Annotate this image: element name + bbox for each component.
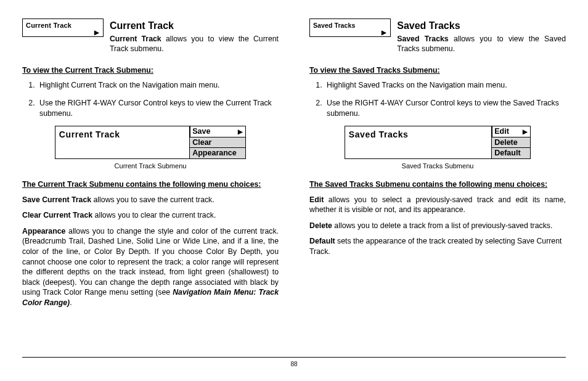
submenu-opt-default: Default [491,147,531,159]
triangle-right-icon: ▶ [94,28,99,37]
para-edit-rest: allows you to select a previously-saved … [309,195,566,215]
para-default: Default sets the appearance of the track… [309,236,566,256]
right-steps-list: Highlight Saved Tracks on the Navigation… [324,80,566,118]
left-submenu-caption: Current Track Submenu [22,162,279,171]
submenu-options: Edit▶ Delete Default [491,126,531,159]
right-title-block: Saved Tracks Saved Tracks allows you to … [397,18,566,60]
right-contains-heading: The Saved Tracks Submenu contains the fo… [309,179,566,190]
para-clear-bold: Clear Current Track [22,211,92,219]
uibox-label: Saved Tracks [313,22,355,29]
right-column: Saved Tracks ▶ Saved Tracks Saved Tracks… [309,18,566,351]
submenu-opt-edit: Edit▶ [491,126,531,137]
para-delete: Delete allows you to delete a track from… [309,221,566,231]
left-column: Current Track ▶ Current Track Current Tr… [22,18,279,351]
page-number: 88 [22,360,566,369]
para-save-bold: Save Current Track [22,195,91,204]
right-section-title: Saved Tracks [397,19,566,33]
opt-label: Save [192,126,210,137]
left-contains-heading: The Current Track Submenu contains the f… [22,179,279,190]
para-save-rest: allows you to save the current track. [91,195,214,204]
para-appearance: Appearance allows you to change the styl… [22,226,279,308]
left-step-1: Highlight Current Track on the Navigatio… [37,80,279,91]
submenu-opt-clear: Clear [189,137,246,149]
submenu-opt-delete: Delete [491,137,531,149]
para-delete-bold: Delete [309,221,332,230]
page: Current Track ▶ Current Track Current Tr… [22,18,566,358]
left-intro-bold: Current Track [110,35,161,43]
left-title-block: Current Track Current Track allows you t… [110,18,279,60]
submenu-group: Current Track Save▶ Clear Appearance [55,126,246,159]
left-step-2: Use the RIGHT 4-WAY Cursor Control keys … [37,98,279,118]
submenu-main-box: Current Track [55,126,190,159]
para-delete-rest: allows you to delete a track from a list… [332,221,552,230]
right-intro: Saved Tracks allows you to view the Save… [397,34,566,54]
left-header-row: Current Track ▶ Current Track Current Tr… [22,18,279,60]
para-clear-rest: allows you to clear the current track. [92,211,216,219]
opt-label: Edit [494,126,509,137]
para-save: Save Current Track allows you to save th… [22,195,279,205]
saved-tracks-submenu-figure: Saved Tracks Edit▶ Delete Default [309,126,566,159]
left-steps-list: Highlight Current Track on the Navigatio… [37,80,279,118]
right-intro-bold: Saved Tracks [397,35,448,43]
right-step-2: Use the RIGHT 4-WAY Cursor Control keys … [324,98,566,118]
submenu-opt-appearance: Appearance [189,147,246,159]
triangle-right-icon: ▶ [382,28,386,37]
submenu-main-box: Saved Tracks [345,126,492,159]
submenu-options: Save▶ Clear Appearance [189,126,246,159]
para-edit-bold: Edit [309,195,324,204]
current-track-submenu-figure: Current Track Save▶ Clear Appearance [22,126,279,159]
para-default-bold: Default [309,237,335,245]
triangle-right-icon: ▶ [523,126,528,137]
current-track-uibox: Current Track ▶ [22,18,104,37]
para-appearance-rest: allows you to change the style and color… [22,227,279,297]
submenu-opt-save: Save▶ [189,126,246,137]
submenu-group: Saved Tracks Edit▶ Delete Default [345,126,531,159]
left-howto-heading: To view the Current Track Submenu: [22,65,279,76]
right-header-row: Saved Tracks ▶ Saved Tracks Saved Tracks… [309,18,566,60]
para-default-rest: sets the appearance of the track created… [309,237,561,256]
right-howto-heading: To view the Saved Tracks Submenu: [309,65,566,76]
para-appearance-end: . [70,298,71,307]
right-step-1: Highlight Saved Tracks on the Navigation… [324,80,566,91]
para-clear: Clear Current Track allows you to clear … [22,210,279,221]
left-section-title: Current Track [110,19,279,33]
para-edit: Edit allows you to select a previously-s… [309,195,566,215]
saved-tracks-uibox: Saved Tracks ▶ [309,18,391,37]
uibox-label: Current Track [26,22,71,29]
left-intro: Current Track allows you to view the Cur… [110,34,279,54]
right-submenu-caption: Saved Tracks Submenu [309,162,566,171]
para-appearance-bold: Appearance [22,227,65,236]
triangle-right-icon: ▶ [238,126,243,137]
